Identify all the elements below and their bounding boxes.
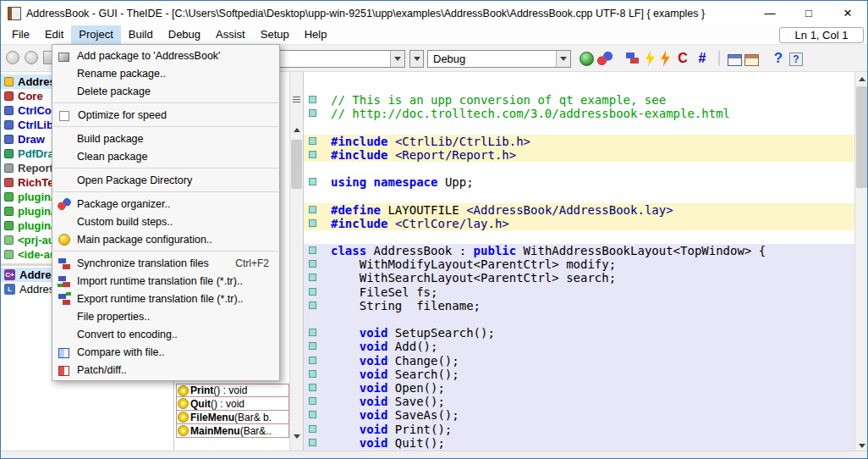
code-segment: class [331, 244, 366, 257]
code-line-14[interactable]: WithSearchLayout<ParentCtrl> search; [304, 271, 854, 285]
menu-item-build-package[interactable]: Build package [52, 130, 279, 147]
menu-item-convert-to-encoding[interactable]: Convert to encoding.. [52, 325, 279, 343]
code-line-13[interactable]: WithModifyLayout<ParentCtrl> modify; [304, 257, 854, 271]
line-status-mark [309, 439, 316, 446]
code-line-11[interactable] [304, 230, 854, 244]
menu-item-label: Convert to encoding.. [77, 329, 178, 340]
designer-icon[interactable] [580, 52, 594, 66]
code-segment: // http://doc.trolltech.com/3.0/addressb… [331, 107, 730, 120]
menubar-item-setup[interactable]: Setup [253, 25, 297, 44]
code-segment: SetupSearch(); [387, 326, 494, 340]
main-package-combo-arrow[interactable] [390, 51, 404, 67]
member-item-quit[interactable]: Quit() : void [176, 397, 289, 411]
code-segment: Add(); [387, 340, 437, 353]
menu-separator [53, 251, 278, 252]
code-line-16[interactable]: String filename; [304, 299, 854, 312]
menu-item-rename-package[interactable]: Rename package.. [52, 64, 279, 82]
menu-item-import-runtime-translation-file-tr[interactable]: Import runtime translation file (*.tr).. [52, 272, 279, 290]
code-line-15[interactable]: FileSel fs; [304, 285, 854, 299]
code-line-24[interactable]: void SaveAs(); [304, 408, 854, 422]
code-line-22[interactable]: void Open(); [304, 381, 854, 395]
menubar-item-edit[interactable]: Edit [37, 25, 71, 44]
menubar-item-build[interactable]: Build [121, 25, 161, 44]
menu-item-label: Custom build steps.. [77, 216, 173, 228]
code-line-1[interactable]: // This is an upp conversion of qt examp… [304, 93, 854, 107]
code-line-19[interactable]: void Add(); [304, 340, 854, 353]
browser-scrollbar [289, 72, 303, 452]
code-line-18[interactable]: void SetupSearch(); [304, 326, 854, 340]
sync-icon [58, 257, 71, 270]
translations-icon[interactable] [624, 50, 641, 67]
menu-item-add-package-to-addressbook[interactable]: Add package to 'AddressBook' [52, 47, 279, 64]
maximize-button[interactable]: □ [789, 1, 828, 25]
code-line-17[interactable] [304, 312, 854, 326]
editor-scroll-up-button[interactable] [855, 72, 868, 86]
code-line-7[interactable]: using namespace Upp; [304, 175, 854, 189]
menu-item-label: Open Package Directory [77, 174, 192, 186]
help-icon[interactable]: ? [770, 50, 787, 67]
browser-scroll-thumb[interactable] [291, 140, 302, 189]
menu-item-synchronize-translation-files[interactable]: Synchronize translation filesCtrl+F2 [52, 254, 279, 272]
code-segment: AddressBook : [366, 244, 473, 257]
menu-item-delete-package[interactable]: Delete package [52, 82, 279, 100]
code-line-8[interactable] [304, 189, 854, 202]
menu-item-clean-package[interactable]: Clean package [52, 147, 279, 165]
code-line-25[interactable]: void Print(); [304, 423, 854, 436]
member-item-mainmenu[interactable]: MainMenu(Bar&.. [176, 424, 289, 438]
navigate-forward-icon[interactable] [25, 51, 38, 64]
build-method-combo[interactable]: Debug [427, 50, 571, 68]
browser-scroll-up-button[interactable] [290, 123, 303, 136]
code-segment [387, 148, 394, 162]
code-line-20[interactable]: void Change(); [304, 354, 854, 368]
layout-designer-icon[interactable] [744, 54, 759, 66]
code-line-6[interactable] [304, 162, 854, 175]
menu-item-package-organizer[interactable]: Package organizer.. [52, 195, 279, 213]
member-item-print[interactable]: Print() : void [176, 384, 289, 397]
code-line-5[interactable]: #include <Report/Report.h> [304, 148, 854, 162]
assembly-icon[interactable]: # [694, 50, 711, 67]
menubar-item-file[interactable]: File [4, 25, 37, 44]
menu-item-label: Delete package [77, 86, 151, 97]
build-icon[interactable] [644, 51, 656, 67]
code-line-12[interactable]: class AddressBook : public WithAddressBo… [304, 244, 854, 257]
open-output-icon[interactable] [728, 54, 742, 66]
code-line-10[interactable]: #include <CtrlCore/lay.h> [304, 217, 854, 230]
code-line-23[interactable]: void Save(); [304, 395, 854, 408]
browser-sort-button[interactable] [290, 92, 303, 106]
code-line-2[interactable]: // http://doc.trolltech.com/3.0/addressb… [304, 107, 854, 120]
navigate-back-icon[interactable] [6, 51, 19, 64]
menu-item-optimize-for-speed[interactable]: Optimize for speed [52, 106, 279, 124]
menu-item-open-package-directory[interactable]: Open Package Directory [52, 171, 279, 189]
editor-scroll-thumb[interactable] [856, 86, 867, 188]
build-mode-dropdown[interactable] [409, 50, 424, 68]
menubar-item-assist[interactable]: Assist [208, 25, 253, 44]
member-item-filemenu[interactable]: FileMenu(Bar& b. [176, 411, 289, 424]
line-status-mark [309, 178, 316, 185]
code-line-9[interactable]: #define LAYOUTFILE <AddressBook/AddressB… [304, 203, 854, 217]
menu-item-compare-with-file[interactable]: Compare with file.. [52, 343, 279, 361]
context-help-icon[interactable]: ? [789, 53, 803, 66]
browser-scroll-down-button[interactable] [290, 429, 303, 443]
code-line-21[interactable]: void Search(); [304, 368, 854, 381]
build-method-combo-arrow[interactable] [556, 51, 570, 67]
code-line-4[interactable]: #include <CtrlLib/CtrlLib.h> [304, 135, 854, 148]
minimize-button[interactable]: — [750, 1, 789, 25]
package-organizer-icon[interactable] [596, 50, 613, 67]
menu-item-file-properties[interactable]: File properties.. [52, 307, 279, 325]
preprocess-icon[interactable]: C [674, 50, 691, 67]
code-editor[interactable]: // This is an upp conversion of qt examp… [304, 72, 854, 452]
code-line-26[interactable]: void Quit(); [304, 436, 854, 450]
menu-item-export-runtime-translation-file-tr[interactable]: Export runtime translation file (*.tr).. [52, 290, 279, 307]
build-mode-dropdown-arrow[interactable] [410, 51, 423, 67]
menu-item-custom-build-steps[interactable]: Custom build steps.. [52, 213, 279, 230]
method-icon [179, 426, 188, 435]
close-button[interactable]: ✕ [828, 1, 867, 25]
menubar-item-help[interactable]: Help [297, 25, 335, 44]
menu-item-patch-diff[interactable]: Patch/diff.. [52, 361, 279, 379]
menu-item-main-package-configuration[interactable]: Main package configuration.. [52, 230, 279, 248]
menubar-item-debug[interactable]: Debug [161, 25, 208, 44]
menubar-item-project[interactable]: Project [71, 25, 120, 44]
code-segment: #include [331, 148, 387, 162]
rebuild-icon[interactable] [659, 51, 672, 67]
code-line-3[interactable] [304, 120, 854, 134]
